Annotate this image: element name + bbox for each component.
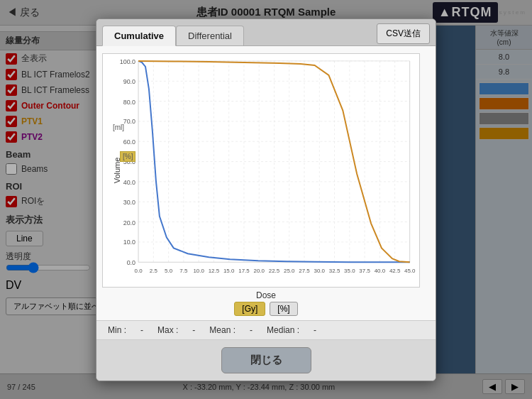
svg-text:70.0: 70.0 <box>123 118 135 125</box>
x-axis-label: Dose <box>102 290 430 300</box>
mean-value: - <box>250 325 253 335</box>
min-value: - <box>140 325 143 335</box>
modal-overlay: Cumulative Differential CSV送信 Volume [ml… <box>0 0 532 399</box>
svg-text:0.0: 0.0 <box>135 268 143 274</box>
svg-text:20.0: 20.0 <box>253 268 265 274</box>
close-button[interactable]: 閉じる <box>221 347 311 373</box>
svg-text:22.5: 22.5 <box>269 268 280 274</box>
chart-area: Volume [ml] [%] <box>96 46 436 321</box>
tab-cumulative[interactable]: Cumulative <box>102 26 176 46</box>
svg-text:30.0: 30.0 <box>314 268 326 274</box>
max-label: Max : <box>157 325 178 335</box>
svg-text:7.5: 7.5 <box>179 268 188 274</box>
modal-tabs: Cumulative Differential CSV送信 <box>96 19 436 46</box>
svg-text:37.5: 37.5 <box>359 268 370 274</box>
modal-footer: 閉じる <box>96 340 436 381</box>
svg-text:27.5: 27.5 <box>299 268 310 274</box>
dose-unit-pct-button[interactable]: [%] <box>270 302 297 316</box>
modal-stats: Min : - Max : - Mean : - Median : - <box>96 321 436 340</box>
median-label: Median : <box>267 325 299 335</box>
csv-send-button[interactable]: CSV送信 <box>377 23 430 44</box>
tab-differential[interactable]: Differential <box>176 26 244 45</box>
svg-text:17.5: 17.5 <box>238 268 250 274</box>
svg-text:5.0: 5.0 <box>165 268 173 274</box>
svg-text:12.5: 12.5 <box>209 268 220 274</box>
svg-text:10.0: 10.0 <box>123 239 135 246</box>
dvh-modal: Cumulative Differential CSV送信 Volume [ml… <box>96 18 436 381</box>
svg-text:25.0: 25.0 <box>284 268 295 274</box>
dose-unit-gy-button[interactable]: [Gy] <box>234 302 265 316</box>
tab-group: Cumulative Differential <box>102 26 244 45</box>
svg-text:100.0: 100.0 <box>120 58 135 65</box>
svg-text:0.0: 0.0 <box>127 259 135 266</box>
mean-label: Mean : <box>209 325 235 335</box>
svg-text:30.0: 30.0 <box>123 198 135 205</box>
min-label: Min : <box>108 325 126 335</box>
dvh-chart: Volume [ml] [%] <box>102 53 420 288</box>
svg-text:40.0: 40.0 <box>375 268 386 274</box>
median-value: - <box>314 325 316 335</box>
svg-text:2.5: 2.5 <box>150 268 158 274</box>
svg-text:42.5: 42.5 <box>389 268 401 274</box>
svg-text:20.0: 20.0 <box>123 219 135 226</box>
y-unit-pct: [%] <box>120 151 135 162</box>
svg-text:60.0: 60.0 <box>123 138 135 146</box>
svg-text:80.0: 80.0 <box>123 98 135 105</box>
y-unit-ml: [ml] <box>113 124 124 131</box>
dose-units: [Gy] [%] <box>102 302 430 316</box>
svg-text:40.0: 40.0 <box>123 178 135 185</box>
chart-svg: 100.0 90.0 80.0 70.0 60.0 50.0 40.0 30.0… <box>103 54 419 287</box>
svg-text:90.0: 90.0 <box>123 77 135 84</box>
svg-text:45.0: 45.0 <box>404 268 416 274</box>
max-value: - <box>192 325 195 335</box>
svg-text:35.0: 35.0 <box>344 268 355 274</box>
svg-text:10.0: 10.0 <box>193 268 204 274</box>
svg-text:15.0: 15.0 <box>223 268 235 274</box>
svg-text:32.5: 32.5 <box>329 268 340 274</box>
